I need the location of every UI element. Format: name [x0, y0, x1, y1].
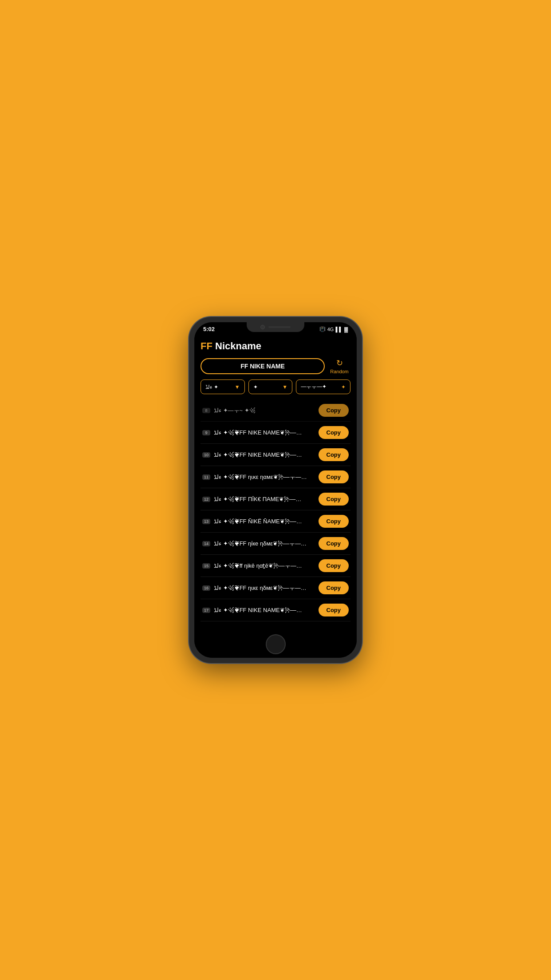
phone-frame: 5:02 📳 4G ▌▌ ▓ FF Nickname FF NIKE NAME …	[189, 317, 362, 663]
item-number: 12	[202, 497, 210, 502]
item-text: ءلڈ ✦꧁❦FF ηɩκε ηαмε❦꧂—ㅜ—…	[214, 473, 315, 481]
dropdown-arrow-1: ▼	[235, 384, 240, 390]
item-left: 13ءلڈ ✦꧁❦FF ÑIKË ÑAME❦꧂—…	[202, 518, 315, 525]
filter-dropdown-2[interactable]: ✦ ▼	[248, 379, 293, 394]
item-left: 17ءلڈ ✦꧁❦FF NIKE NAME❦꧂—…	[202, 607, 315, 613]
item-text: ءلڈ ✦꧁❦ff ηikē ηαṯē❦꧂—ㅜ—…	[214, 562, 315, 570]
ff-title-highlight: FF	[201, 340, 213, 352]
item-number: 14	[202, 541, 210, 546]
copy-button[interactable]: Copy	[319, 537, 349, 550]
copy-button[interactable]: Copy	[319, 493, 349, 506]
item-text: ءلڈ ✦꧁❦FF NIKE NAME❦꧂—…	[214, 451, 315, 458]
battery-icon: ▓	[344, 327, 348, 332]
list-item: 15ءلڈ ✦꧁❦ff ηikē ηαṯē❦꧂—ㅜ—…Copy	[201, 555, 350, 577]
copy-button[interactable]: Copy	[319, 404, 349, 417]
search-row: FF NIKE NAME ↻ Random	[201, 358, 350, 374]
random-button[interactable]: ↻ Random	[328, 358, 350, 374]
item-left: 12ءلڈ ✦꧁❦FF ΠĪΚ€ ΠAME❦꧂—…	[202, 496, 315, 502]
vibrate-icon: 📳	[319, 326, 326, 332]
list-item: 11ءلڈ ✦꧁❦FF ηɩκε ηαмε❦꧂—ㅜ—…Copy	[201, 466, 350, 488]
notch	[247, 322, 304, 332]
list-item: 10ءلڈ ✦꧁❦FF NIKE NAME❦꧂—…Copy	[201, 444, 350, 466]
app-content: FF Nickname FF NIKE NAME ↻ Random ءلڈ ✦ …	[194, 334, 357, 631]
item-number: 9	[202, 430, 210, 435]
item-text: ءلڈ ✦꧁❦FF ΠĪΚ€ ΠAME❦꧂—…	[214, 496, 315, 502]
filter-row: ءلڈ ✦ ▼ ✦ ▼ —ㅜㅜ—✦ ✦	[201, 379, 350, 394]
copy-button[interactable]: Copy	[319, 581, 349, 594]
signal-icon: ▌▌	[335, 327, 342, 332]
copy-button[interactable]: Copy	[319, 604, 349, 616]
app-title-rest: Nickname	[213, 340, 261, 352]
copy-button[interactable]: Copy	[319, 426, 349, 439]
status-icons: 📳 4G ▌▌ ▓	[319, 326, 348, 332]
dropdown-arrow-2: ▼	[282, 384, 287, 390]
item-text: ءلڈ ✦꧁❦FF ηίке ηδмε❦꧂—ㅜ—…	[214, 540, 315, 548]
item-number: 13	[202, 519, 210, 524]
item-number: 10	[202, 452, 210, 458]
list-item: 14ءلڈ ✦꧁❦FF ηίке ηδмε❦꧂—ㅜ—…Copy	[201, 533, 350, 555]
list-item: 12ءلڈ ✦꧁❦FF ΠĪΚ€ ΠAME❦꧂—…Copy	[201, 488, 350, 510]
item-left: 14ءلڈ ✦꧁❦FF ηίке ηδмε❦꧂—ㅜ—…	[202, 540, 315, 548]
copy-button[interactable]: Copy	[319, 470, 349, 483]
dropdown-arrow-3: ✦	[341, 384, 346, 390]
list-item: 9ءلڈ ✦꧁❦FF NIKE NAME❦꧂—…Copy	[201, 422, 350, 444]
filter2-text: ✦	[253, 384, 258, 390]
item-number: 15	[202, 563, 210, 569]
copy-button[interactable]: Copy	[319, 515, 349, 528]
list-item: 13ءلڈ ✦꧁❦FF ÑIKË ÑAME❦꧂—…Copy	[201, 510, 350, 533]
item-text: ءلڈ ✦꧁❦FF ÑIKË ÑAME❦꧂—…	[214, 518, 315, 525]
random-icon: ↻	[336, 358, 343, 368]
item-text: ءلڈ ✦—ㅜ~ ✦꧁	[214, 407, 315, 415]
copy-button[interactable]: Copy	[319, 559, 349, 572]
item-text: ءلڈ ✦꧁❦FF NIKE NAME❦꧂—…	[214, 607, 315, 613]
random-label: Random	[330, 369, 349, 374]
item-left: 8ءلڈ ✦—ㅜ~ ✦꧁	[202, 407, 315, 415]
item-number: 11	[202, 474, 210, 480]
camera-dot	[260, 325, 265, 329]
copy-button[interactable]: Copy	[319, 448, 349, 461]
app-title: FF Nickname	[201, 340, 350, 352]
item-text: ءلڈ ✦꧁❦FF ηɩкε ηδмε❦꧂—ㅜ—…	[214, 584, 315, 592]
filter1-text: ءلڈ ✦	[205, 384, 218, 390]
list-item: 8ءلڈ ✦—ㅜ~ ✦꧁Copy	[201, 399, 350, 422]
network-icon: 4G	[327, 327, 334, 332]
item-number: 17	[202, 608, 210, 613]
item-left: 10ءلڈ ✦꧁❦FF NIKE NAME❦꧂—…	[202, 451, 315, 458]
search-input[interactable]: FF NIKE NAME	[201, 358, 325, 374]
item-left: 15ءلڈ ✦꧁❦ff ηikē ηαṯē❦꧂—ㅜ—…	[202, 562, 315, 570]
item-number: 8	[202, 408, 210, 413]
item-left: 11ءلڈ ✦꧁❦FF ηɩκε ηαмε❦꧂—ㅜ—…	[202, 473, 315, 481]
item-number: 16	[202, 585, 210, 591]
home-button[interactable]	[266, 634, 286, 654]
nickname-list: 8ءلڈ ✦—ㅜ~ ✦꧁Copy9ءلڈ ✦꧁❦FF NIKE NAME❦꧂—……	[201, 399, 350, 621]
item-left: 9ءلڈ ✦꧁❦FF NIKE NAME❦꧂—…	[202, 429, 315, 436]
filter3-text: —ㅜㅜ—✦	[301, 383, 327, 391]
filter-dropdown-3[interactable]: —ㅜㅜ—✦ ✦	[296, 379, 350, 394]
speaker-bar	[268, 326, 291, 328]
filter-dropdown-1[interactable]: ءلڈ ✦ ▼	[201, 379, 245, 394]
phone-screen: 5:02 📳 4G ▌▌ ▓ FF Nickname FF NIKE NAME …	[194, 322, 357, 658]
home-button-area	[194, 631, 357, 658]
item-left: 16ءلڈ ✦꧁❦FF ηɩкε ηδмε❦꧂—ㅜ—…	[202, 584, 315, 592]
list-item: 17ءلڈ ✦꧁❦FF NIKE NAME❦꧂—…Copy	[201, 599, 350, 621]
item-text: ءلڈ ✦꧁❦FF NIKE NAME❦꧂—…	[214, 429, 315, 436]
status-time: 5:02	[203, 326, 215, 332]
list-item: 16ءلڈ ✦꧁❦FF ηɩкε ηδмε❦꧂—ㅜ—…Copy	[201, 577, 350, 599]
